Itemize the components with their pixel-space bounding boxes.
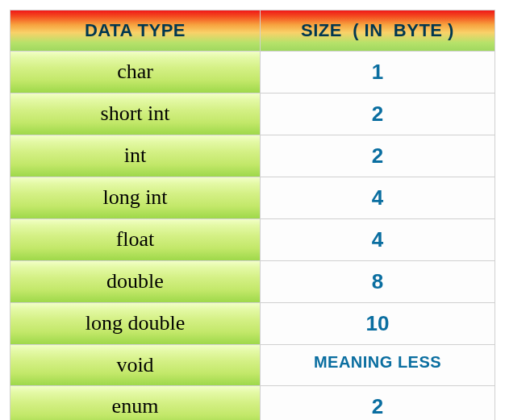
- cell-type: double: [10, 261, 261, 302]
- header-data-type: DATA TYPE: [10, 10, 261, 51]
- cell-size: 10: [261, 303, 495, 344]
- data-type-size-table: DATA TYPE SIZE ( IN BYTE ) char 1 short …: [10, 10, 495, 420]
- table-row: void MEANING LESS: [10, 345, 495, 386]
- cell-size: 8: [261, 261, 495, 302]
- cell-type: int: [10, 135, 261, 177]
- table-header-row: DATA TYPE SIZE ( IN BYTE ): [10, 10, 495, 52]
- cell-size: 2: [261, 94, 495, 135]
- table-row: char 1: [10, 52, 495, 94]
- cell-type: float: [10, 219, 261, 260]
- cell-type: long int: [10, 177, 261, 218]
- cell-size: MEANING LESS: [261, 345, 495, 385]
- table-row: enum 2: [10, 386, 495, 420]
- table-row: int 2: [10, 135, 495, 177]
- cell-size: 2: [261, 135, 495, 177]
- table-row: long double 10: [10, 303, 495, 345]
- cell-type: short int: [10, 94, 261, 135]
- cell-size: 4: [261, 177, 495, 218]
- cell-type: enum: [10, 386, 261, 420]
- table-row: double 8: [10, 261, 495, 303]
- header-size: SIZE ( IN BYTE ): [261, 10, 495, 51]
- cell-type: void: [10, 345, 261, 385]
- cell-size: 2: [261, 386, 495, 420]
- cell-size: 4: [261, 219, 495, 260]
- cell-type: char: [10, 52, 261, 93]
- table-row: float 4: [10, 219, 495, 261]
- table-row: short int 2: [10, 94, 495, 135]
- table-row: long int 4: [10, 177, 495, 219]
- cell-size: 1: [261, 52, 495, 93]
- cell-type: long double: [10, 303, 261, 344]
